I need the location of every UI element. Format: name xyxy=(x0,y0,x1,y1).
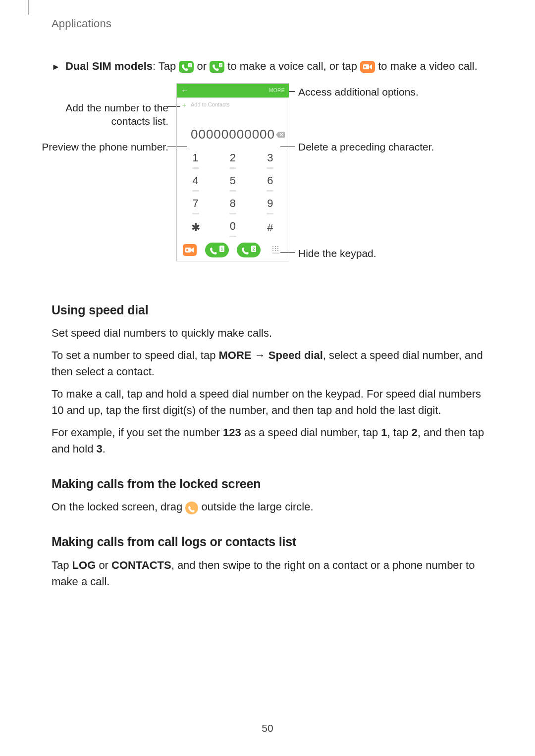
tab-marker xyxy=(25,0,29,15)
call-sim1-button[interactable]: 1 xyxy=(205,243,229,257)
svg-point-7 xyxy=(186,249,188,251)
call-sim2-button[interactable]: 2 xyxy=(237,243,261,257)
key-hash[interactable]: # xyxy=(252,216,289,239)
heading-call-logs: Making calls from call logs or contacts … xyxy=(52,533,485,551)
svg-text:2: 2 xyxy=(220,63,222,67)
key-6[interactable]: 6 xyxy=(252,171,289,194)
logs-p1: Tap LOG or CONTACTS, and then swipe to t… xyxy=(52,557,485,590)
key-8[interactable]: 8 xyxy=(214,194,251,216)
page-content: ► Dual SIM models: Tap 1 or 2 to make a … xyxy=(52,58,485,596)
key-5[interactable]: 5 xyxy=(214,171,251,194)
bullet-icon: ► xyxy=(52,62,60,72)
call-sim1-icon: 1 xyxy=(179,61,194,73)
heading-speed-dial: Using speed dial xyxy=(52,301,485,319)
add-to-contacts-label: Add to Contacts xyxy=(191,101,229,109)
svg-point-5 xyxy=(364,66,366,68)
callout-more-options: Access additional options. xyxy=(298,85,457,99)
dialer-bottombar: 1 2 xyxy=(177,239,289,261)
callout-delete-char: Delete a preceding character. xyxy=(298,140,457,153)
key-star[interactable]: ✱ xyxy=(177,216,214,239)
more-label[interactable]: MORE xyxy=(269,87,285,95)
number-display: 00000000000 xyxy=(177,112,289,148)
dialer-topbar: ← MORE xyxy=(177,84,289,98)
key-9[interactable]: 9 xyxy=(252,194,289,216)
svg-text:2: 2 xyxy=(253,247,255,252)
key-2[interactable]: 2 xyxy=(214,148,251,171)
keypad: 1 2 3 4 5 6 7 8 9 ✱ 0 # xyxy=(177,148,289,239)
intro-text-3: to make a video call. xyxy=(375,60,478,72)
dialer-figure: Add the number to the contacts list. Pre… xyxy=(52,83,485,281)
speed-dial-p1: Set speed dial numbers to quickly make c… xyxy=(52,325,485,341)
dialer-mockup: ← MORE ＋ Add to Contacts 00000000000 1 2… xyxy=(176,83,289,261)
plus-icon: ＋ xyxy=(181,100,188,110)
callout-preview-number: Preview the phone number. xyxy=(30,140,168,153)
add-to-contacts-row[interactable]: ＋ Add to Contacts xyxy=(177,98,289,112)
intro-bold: Dual SIM models xyxy=(65,60,153,72)
key-0[interactable]: 0 xyxy=(214,216,251,239)
locked-p1: On the locked screen, drag outside the l… xyxy=(52,499,485,515)
heading-locked-screen: Making calls from the locked screen xyxy=(52,475,485,493)
svg-text:1: 1 xyxy=(220,247,223,252)
callout-hide-keypad: Hide the keypad. xyxy=(298,247,457,260)
speed-dial-p3: To make a call, tap and hold a speed dia… xyxy=(52,386,485,418)
svg-text:1: 1 xyxy=(189,63,191,67)
intro-text-or: or xyxy=(194,60,210,72)
speed-dial-p2: To set a number to speed dial, tap MORE … xyxy=(52,347,485,380)
key-3[interactable]: 3 xyxy=(252,148,289,171)
intro-text-2: to make a voice call, or tap xyxy=(224,60,360,72)
entered-number: 00000000000 xyxy=(191,125,275,144)
keypad-grid-icon xyxy=(272,246,279,251)
phone-drag-icon xyxy=(185,502,198,514)
video-call-icon xyxy=(360,61,375,73)
video-call-button[interactable] xyxy=(183,244,197,256)
intro-paragraph: ► Dual SIM models: Tap 1 or 2 to make a … xyxy=(52,58,485,74)
backspace-icon[interactable] xyxy=(276,126,285,142)
intro-text-1: : Tap xyxy=(153,60,179,72)
key-7[interactable]: 7 xyxy=(177,194,214,216)
callout-add-contacts: Add the number to the contacts list. xyxy=(50,101,168,128)
page-number: 50 xyxy=(0,722,535,734)
hide-keypad-button[interactable] xyxy=(269,243,283,257)
back-arrow-icon[interactable]: ← xyxy=(181,85,189,96)
key-4[interactable]: 4 xyxy=(177,171,214,194)
page-header: Applications xyxy=(52,17,111,30)
key-1[interactable]: 1 xyxy=(177,148,214,171)
speed-dial-p4: For example, if you set the number 123 a… xyxy=(52,424,485,457)
call-sim2-icon: 2 xyxy=(210,61,224,73)
